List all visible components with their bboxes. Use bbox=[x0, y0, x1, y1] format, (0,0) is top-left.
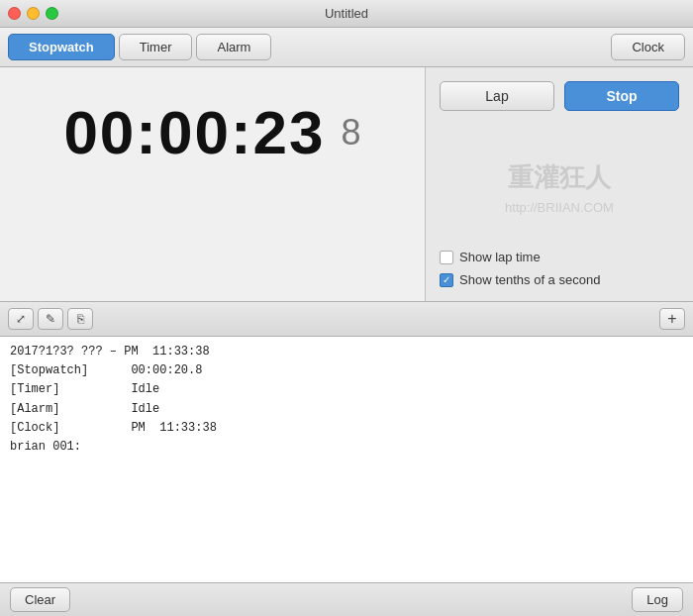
mini-toolbar: ⤢ ✎ ⎘ + bbox=[0, 301, 693, 337]
main-area: 00:00:23 8 Lap Stop 重灌狂人 http://BRIIAN.C… bbox=[0, 67, 693, 301]
copy-button[interactable]: ⎘ bbox=[67, 308, 93, 330]
log-area: 2017?1?3? ??? – PM 11:33:38[Stopwatch] 0… bbox=[0, 337, 693, 582]
close-button[interactable] bbox=[8, 7, 21, 20]
lap-button[interactable]: Lap bbox=[440, 81, 554, 111]
left-panel: 00:00:23 8 bbox=[0, 67, 426, 301]
log-button[interactable]: Log bbox=[632, 587, 683, 612]
maximize-button[interactable] bbox=[46, 7, 58, 20]
minimize-button[interactable] bbox=[27, 7, 40, 20]
tab-alarm[interactable]: Alarm bbox=[196, 34, 271, 60]
watermark-cn-text: 重灌狂人 bbox=[508, 157, 611, 199]
log-line: [Timer] Idle bbox=[10, 380, 683, 399]
log-line: brian 001: bbox=[10, 438, 683, 457]
control-row: Lap Stop bbox=[440, 81, 679, 111]
time-row: 00:00:23 8 bbox=[63, 97, 360, 167]
edit-button[interactable]: ✎ bbox=[38, 308, 63, 330]
lap-count: 8 bbox=[342, 112, 361, 154]
tenths-checkbox[interactable]: ✓ bbox=[440, 273, 453, 287]
add-button[interactable]: + bbox=[659, 308, 685, 330]
clear-button[interactable]: Clear bbox=[10, 587, 70, 612]
tab-stopwatch[interactable]: Stopwatch bbox=[8, 34, 115, 60]
watermark: 重灌狂人 http://BRIIAN.COM bbox=[440, 127, 679, 250]
window-controls[interactable] bbox=[8, 7, 58, 20]
window-title: Untitled bbox=[325, 6, 368, 21]
lap-time-label: Show lap time bbox=[459, 250, 541, 264]
stopwatch-display: 00:00:23 bbox=[63, 97, 325, 167]
log-line: 2017?1?3? ??? – PM 11:33:38 bbox=[10, 343, 683, 361]
toolbar: Stopwatch Timer Alarm Clock bbox=[0, 28, 693, 67]
title-bar: Untitled bbox=[0, 0, 693, 28]
option-tenths-row[interactable]: ✓ Show tenths of a second bbox=[440, 272, 679, 287]
option-lap-row[interactable]: Show lap time bbox=[440, 250, 679, 264]
log-line: [Alarm] Idle bbox=[10, 400, 683, 419]
clock-button[interactable]: Clock bbox=[611, 34, 685, 60]
tab-timer[interactable]: Timer bbox=[119, 34, 193, 60]
log-line: [Clock] PM 11:33:38 bbox=[10, 419, 683, 438]
expand-button[interactable]: ⤢ bbox=[8, 308, 34, 330]
bottom-bar: Clear Log bbox=[0, 582, 693, 616]
tenths-label: Show tenths of a second bbox=[459, 272, 600, 287]
watermark-url-text: http://BRIIAN.COM bbox=[505, 198, 614, 219]
log-line: [Stopwatch] 00:00:20.8 bbox=[10, 361, 683, 380]
stop-button[interactable]: Stop bbox=[564, 81, 679, 111]
right-panel: Lap Stop 重灌狂人 http://BRIIAN.COM Show lap… bbox=[426, 67, 693, 301]
lap-time-checkbox[interactable] bbox=[440, 251, 453, 264]
options-area: Show lap time ✓ Show tenths of a second bbox=[440, 250, 679, 287]
